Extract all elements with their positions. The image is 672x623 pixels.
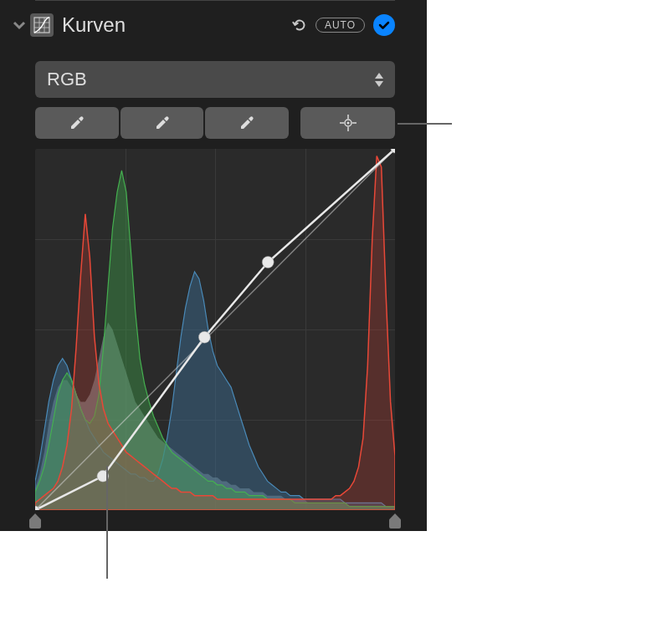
- svg-point-13: [198, 331, 210, 343]
- disclosure-triangle[interactable]: [12, 18, 27, 33]
- eyedropper-white-button[interactable]: [205, 107, 289, 139]
- panel-header: Kurven AUTO: [12, 13, 395, 37]
- eyedropper-black-button[interactable]: [35, 107, 119, 139]
- svg-point-14: [262, 257, 274, 268]
- eyedropper-gray-button[interactable]: [121, 107, 204, 139]
- add-point-button[interactable]: [300, 107, 395, 139]
- callout-line: [398, 123, 452, 125]
- channel-label: RGB: [47, 69, 87, 90]
- panel-title: Kurven: [62, 13, 126, 37]
- divider: [35, 0, 395, 1]
- svg-rect-0: [34, 18, 49, 33]
- histogram-svg: [35, 149, 395, 510]
- auto-button[interactable]: AUTO: [315, 18, 365, 33]
- white-point-slider[interactable]: [389, 513, 401, 529]
- enable-toggle[interactable]: [373, 14, 395, 36]
- stepper-icon: [375, 73, 383, 87]
- curves-icon: [30, 13, 54, 37]
- black-point-slider[interactable]: [29, 513, 41, 529]
- channel-select[interactable]: RGB: [35, 61, 395, 98]
- callout-line: [106, 466, 108, 579]
- svg-point-10: [346, 122, 349, 125]
- curves-histogram[interactable]: [35, 149, 395, 510]
- reset-button[interactable]: [290, 16, 309, 34]
- eyedropper-row: [35, 107, 395, 139]
- curves-panel: Kurven AUTO RGB: [0, 0, 427, 531]
